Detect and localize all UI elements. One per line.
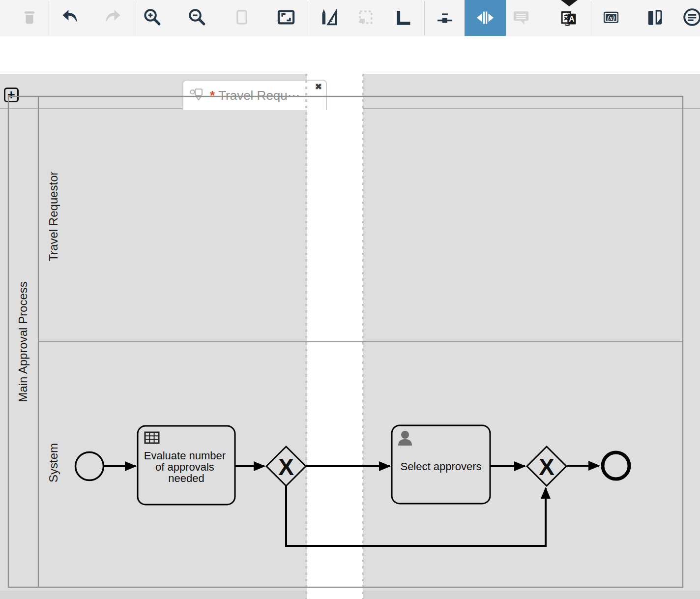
corner-angle-button[interactable]: [392, 7, 414, 29]
flip-pages-icon: [644, 7, 665, 30]
gateway-symbol: X: [539, 454, 554, 480]
trash-icon: [20, 7, 39, 29]
lane-label-system: System: [47, 443, 60, 482]
delete-button: [19, 7, 40, 29]
slider-adjust-button[interactable]: [434, 7, 456, 29]
zoom-in-button[interactable]: [142, 7, 163, 29]
circle-lines-button[interactable]: [681, 7, 700, 29]
toolbar-separator: [308, 1, 308, 35]
flow-gateway1-to-gateway2-loop[interactable]: [286, 485, 546, 546]
circle-lines-icon: [681, 6, 700, 30]
ruler-pencil-icon: [317, 7, 338, 30]
redo-button: [102, 7, 124, 29]
measure-button[interactable]: [317, 7, 338, 29]
toolbar: A (x): [0, 0, 700, 37]
rectangle-tool-button: [231, 7, 253, 29]
comment-button: [510, 7, 532, 29]
pool-label: Main Approval Process: [16, 281, 29, 402]
zoom-out-button[interactable]: [186, 7, 208, 29]
translate-button[interactable]: A: [558, 7, 580, 29]
task-evaluate-approvals[interactable]: Evaluate number of approvals needed: [138, 426, 235, 505]
end-event[interactable]: [603, 452, 629, 479]
svg-text:(x): (x): [607, 14, 615, 22]
undo-button[interactable]: [59, 7, 81, 29]
bpmn-diagram: Main Approval Process Travel Requestor S…: [0, 74, 700, 599]
tab-bar: + Travel Reque⋯ ✖ * Travel Requ⋯ ✖ Trave…: [0, 36, 700, 74]
redo-icon: [103, 7, 123, 30]
comment-icon: [511, 7, 531, 30]
gateway-symbol: X: [278, 454, 294, 480]
dropdown-caret-icon[interactable]: [561, 0, 578, 6]
slider-adjust-icon: [435, 7, 455, 30]
start-event[interactable]: [76, 452, 104, 480]
task-select-approvers[interactable]: Select approvers: [392, 425, 490, 504]
person-icon: [398, 431, 412, 446]
zoom-out-icon: [187, 7, 207, 30]
split-horizontal-icon: [475, 7, 496, 30]
split-horizontal-button[interactable]: [465, 0, 506, 36]
task-label: Select approvers: [400, 460, 481, 473]
toolbar-separator: [49, 1, 49, 35]
formula-icon: (x): [601, 7, 621, 30]
formula-button[interactable]: (x): [600, 7, 622, 29]
fit-screen-button[interactable]: [275, 7, 297, 29]
task-label: Evaluate number of approvals needed: [144, 449, 229, 484]
zoom-in-icon: [142, 7, 163, 30]
table-grid-icon: [145, 432, 159, 443]
undo-icon: [59, 7, 80, 30]
exclusive-gateway-2[interactable]: X: [527, 447, 566, 486]
marquee-select-button: [355, 7, 377, 29]
flip-pages-button[interactable]: [644, 7, 666, 29]
exclusive-gateway-1[interactable]: X: [266, 447, 306, 486]
diagram-canvas[interactable]: Main Approval Process Travel Requestor S…: [0, 74, 700, 599]
translate-icon: A: [558, 7, 579, 30]
corner-angle-icon: [393, 7, 413, 30]
marquee-select-icon: [355, 7, 376, 30]
toolbar-separator: [134, 1, 134, 35]
toolbar-separator: [424, 1, 425, 35]
lane-label-travel-requestor: Travel Requestor: [47, 171, 60, 261]
bpmn-modeler-window: { "toolbar": { "background": "#f4f4f4", …: [0, 0, 700, 599]
toolbar-separator: [591, 1, 591, 35]
svg-text:A: A: [569, 15, 574, 23]
fit-screen-icon: [276, 7, 296, 30]
pool-main-approval-process[interactable]: Main Approval Process Travel Requestor S…: [8, 96, 683, 587]
rectangle-tool-icon: [232, 7, 252, 30]
